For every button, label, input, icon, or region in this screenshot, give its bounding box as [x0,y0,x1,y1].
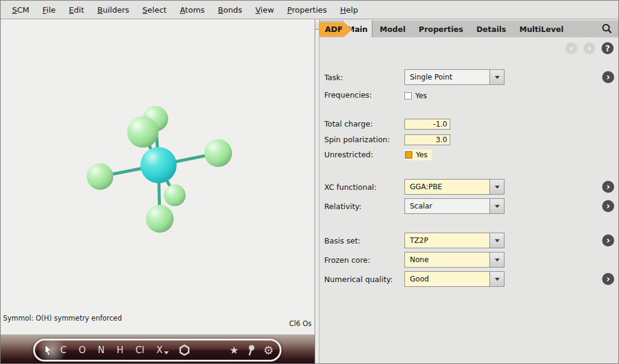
chevron-right-icon: › [606,73,610,82]
element-button-o[interactable]: O [78,345,86,356]
total-charge-input[interactable]: -1.0 [404,119,450,130]
molecule-viewport[interactable]: Symmol: O(H) symmetry enforced Cl6 Os [1,19,315,334]
menu-item-builders[interactable]: Builders [91,5,136,14]
frozen-core-dropdown-button[interactable] [489,253,504,267]
bottom-toolbar-strip: C O N H Cl X ★ [1,334,315,364]
unrestricted-label: Unrestricted: [324,150,373,159]
element-button-c[interactable]: C [60,345,66,356]
xc-functional-detail-button[interactable]: › [602,181,614,193]
element-button-x: X [156,345,162,356]
preoptimize-button[interactable] [247,344,256,356]
task-dropdown-button[interactable] [489,70,504,84]
chevron-right-icon: › [606,202,610,211]
search-icon[interactable] [601,23,613,35]
chevron-right-icon: › [606,236,610,245]
tab-multilevel[interactable]: MultiLevel [513,25,570,34]
chevron-down-icon [164,351,169,354]
pointer-tool-button[interactable] [43,344,53,356]
chevron-down-icon [495,205,500,208]
frozen-core-label: Frozen core: [324,256,370,265]
relativity-dropdown[interactable]: Scalar [404,198,504,214]
basis-set-detail-button[interactable]: › [602,234,614,246]
ring-tool-button[interactable] [178,344,190,356]
gear-icon: ⚙ [263,344,274,357]
frequencies-checkbox-row: Yes [404,90,427,101]
numerical-quality-dropdown-button[interactable] [489,272,504,286]
cursor-icon [43,344,53,356]
unrestricted-checkbox-row: Yes [404,149,432,160]
numerical-quality-detail-button[interactable]: › [602,273,614,285]
menu-bar: SCM File Edit Builders Select Atoms Bond… [1,1,618,19]
menu-item-help[interactable]: Help [333,5,365,14]
hexagon-ring-icon [178,344,190,356]
menu-item-atoms[interactable]: Atoms [173,5,211,14]
splitter-handle[interactable] [315,22,319,30]
element-toolbar: C O N H Cl X ★ [33,339,281,362]
tab-details[interactable]: Details [470,25,512,34]
tab-properties[interactable]: Properties [412,25,470,34]
tab-model[interactable]: Model [373,25,412,34]
basis-set-dropdown[interactable]: TZ2P [404,233,504,248]
relativity-detail-button[interactable]: › [602,200,614,212]
chevron-right-icon: › [606,275,610,284]
unrestricted-checkbox[interactable] [405,151,412,158]
symmetry-status: Symmol: O(H) symmetry enforced [3,314,122,322]
menu-item-view[interactable]: View [249,5,281,14]
menu-item-file[interactable]: File [36,5,63,14]
basis-set-value: TZ2P [405,236,489,245]
chevron-right-icon: › [588,43,591,53]
panel-splitter[interactable] [315,19,319,363]
frozen-core-value: None [405,256,489,264]
chevron-down-icon [495,239,500,242]
unrestricted-option-label: Yes [416,151,427,159]
element-button-h[interactable]: H [117,345,124,356]
task-label: Task: [324,73,343,82]
adfinput-window: SCM File Edit Builders Select Atoms Bond… [0,0,619,364]
nav-forward-button[interactable]: › [583,42,595,54]
molecule-3d-render [1,19,315,334]
element-picker-button[interactable]: X [156,345,168,356]
menu-item-edit[interactable]: Edit [62,5,90,14]
task-value: Single Point [405,73,489,81]
chevron-down-icon [495,259,500,262]
panel-tab-bar: ADF Main Model Properties Details MultiL… [319,20,618,37]
xc-functional-dropdown-button[interactable] [489,180,504,194]
chevron-right-icon: › [606,183,610,192]
task-detail-button[interactable]: › [602,71,614,83]
nav-back-button[interactable]: ‹ [565,42,577,54]
favorites-button[interactable]: ★ [230,344,239,356]
chevron-down-icon [495,278,500,281]
menu-item-scm[interactable]: SCM [5,5,36,14]
frequencies-label: Frequencies: [324,90,372,99]
numerical-quality-value: Good [405,275,489,283]
star-icon: ★ [230,344,239,356]
spin-polarization-input[interactable]: 3.0 [404,134,450,145]
adf-options-panel: ADF Main Model Properties Details MultiL… [319,19,618,363]
settings-tool-button[interactable]: ⚙ [263,344,274,357]
basis-set-label: Basis set: [324,236,360,245]
basis-set-dropdown-button[interactable] [489,233,504,248]
frozen-core-dropdown[interactable]: None [404,252,504,268]
help-button[interactable]: ? [602,42,614,54]
relativity-dropdown-button[interactable] [489,199,504,213]
task-dropdown[interactable]: Single Point [404,69,504,85]
frequencies-option-label: Yes [415,92,427,100]
xc-functional-label: XC functional: [324,183,377,192]
xc-functional-dropdown[interactable]: GGA:PBE [404,179,504,195]
menu-item-select[interactable]: Select [136,5,173,14]
chevron-down-icon [495,76,500,79]
key-icon [247,344,256,356]
chevron-down-icon [495,186,500,189]
question-mark-icon: ? [605,43,610,53]
relativity-value: Scalar [405,202,489,210]
element-button-n[interactable]: N [98,345,104,356]
numerical-quality-dropdown[interactable]: Good [404,271,504,287]
chevron-left-icon: ‹ [570,43,573,53]
menu-item-properties[interactable]: Properties [281,5,334,14]
menu-item-bonds[interactable]: Bonds [212,5,249,14]
xc-functional-value: GGA:PBE [405,183,489,191]
element-button-cl[interactable]: Cl [136,345,145,356]
formula-label: Cl6 Os [289,319,312,328]
frequencies-checkbox[interactable] [404,92,412,99]
relativity-label: Relativity: [324,202,362,211]
